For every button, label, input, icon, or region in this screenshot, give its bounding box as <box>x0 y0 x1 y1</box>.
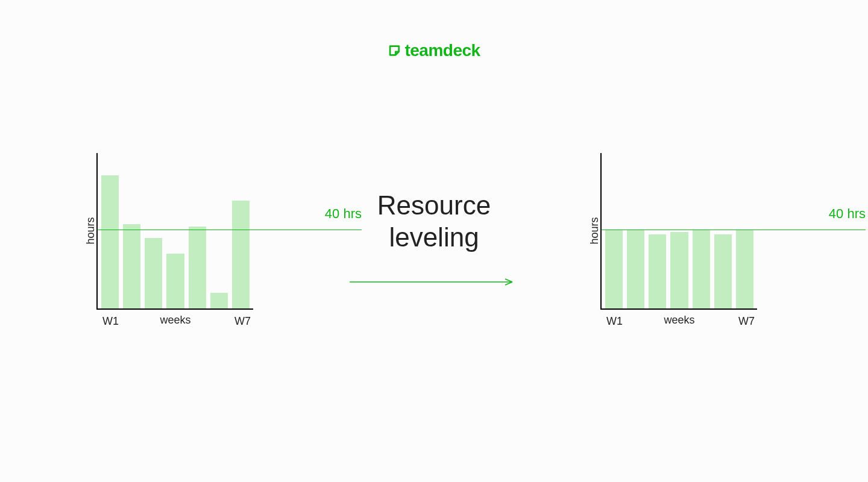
bar <box>693 230 710 308</box>
reference-line <box>602 230 866 230</box>
bar <box>145 238 162 308</box>
chart-after: 40 hrs hours W1 weeks W7 <box>600 153 757 310</box>
diagram-title: Resource leveling <box>377 190 491 254</box>
x-tick-last: W7 <box>234 315 251 328</box>
x-axis-label: weeks <box>602 314 757 327</box>
bar <box>189 227 206 309</box>
bar <box>232 201 250 308</box>
diagram-title-line2: leveling <box>377 222 491 254</box>
bar <box>210 293 228 308</box>
bar <box>123 224 140 308</box>
reference-line <box>98 230 362 230</box>
chart-before-bars <box>101 153 250 308</box>
y-axis-label: hours <box>84 217 97 244</box>
brand-logo: teamdeck <box>388 41 480 60</box>
bar <box>670 232 688 308</box>
brand-name: teamdeck <box>404 41 480 60</box>
bar <box>166 254 184 308</box>
chart-before: 40 hrs hours W1 weeks W7 <box>96 153 253 310</box>
bar <box>736 230 753 308</box>
diagram-title-line1: Resource <box>377 190 491 222</box>
arrow-icon <box>350 278 518 286</box>
bar <box>605 230 623 308</box>
chart-after-bars <box>605 153 753 308</box>


-axis-label: hours <box>588 217 601 244</box>
brand-logo-icon <box>388 44 401 57</box>
bar <box>714 234 732 309</box>
bar <box>101 175 119 308</box>
reference-label: 40 hrs <box>829 206 866 222</box>
chart-after-plot: 40 hrs hours W1 weeks W7 <box>600 153 757 310</box>
bar <box>649 234 666 309</box>
bar <box>627 230 644 308</box>
reference-label: 40 hrs <box>325 206 362 222</box>
x-tick-last: W7 <box>738 315 755 328</box>
chart-before-plot: 40 hrs hours W1 weeks W7 <box>96 153 253 310</box>
x-axis-label: weeks <box>98 314 253 327</box>
